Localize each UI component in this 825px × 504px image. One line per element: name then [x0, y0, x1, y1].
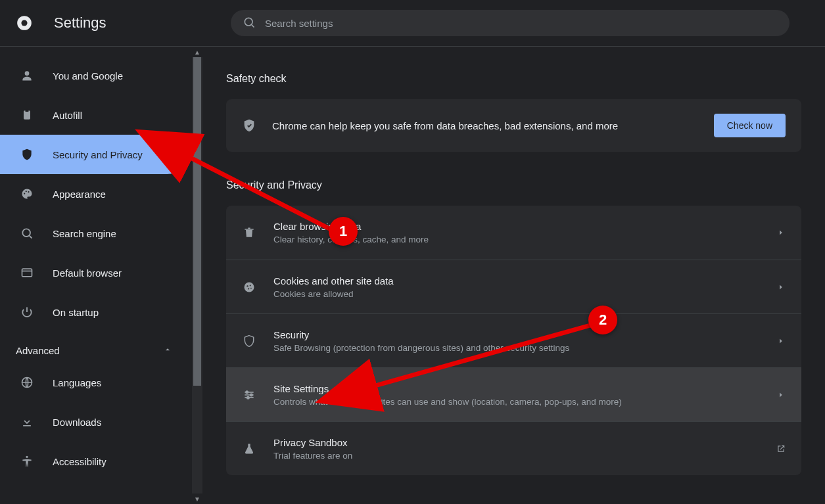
tune-icon [242, 388, 256, 402]
option-clear-browsing-data[interactable]: Clear browsing data Clear history, cooki… [226, 206, 801, 260]
chevron-up-icon [163, 345, 172, 356]
shield-icon [20, 147, 34, 162]
svg-point-7 [24, 193, 25, 195]
svg-point-17 [245, 282, 254, 292]
svg-point-8 [26, 191, 27, 192]
sidebar-item-label: Security and Privacy [53, 149, 143, 160]
sidebar-advanced-toggle[interactable]: Advanced [0, 332, 192, 363]
svg-point-20 [248, 288, 249, 289]
option-subtitle: Cookies are allowed [273, 289, 759, 299]
sidebar-item-security-and-privacy[interactable]: Security and Privacy [0, 135, 187, 174]
option-privacy-sandbox[interactable]: Privacy Sandbox Trial features are on [226, 421, 801, 475]
svg-point-10 [22, 229, 30, 237]
palette-icon [20, 187, 34, 201]
search-input[interactable] [265, 18, 778, 29]
option-subtitle: Safe Browsing (protection from dangerous… [273, 343, 759, 353]
svg-rect-15 [23, 425, 31, 426]
person-icon [20, 68, 34, 83]
option-cookies[interactable]: Cookies and other site data Cookies are … [226, 260, 801, 313]
sidebar-item-autofill[interactable]: Autofill [0, 95, 187, 135]
sidebar: You and Google Autofill Security and Pri… [0, 47, 192, 504]
chevron-right-icon [776, 336, 786, 346]
option-subtitle: Controls what information sites can use … [273, 397, 759, 407]
open-in-new-icon [776, 444, 786, 453]
sidebar-item-default-browser[interactable]: Default browser [0, 253, 187, 292]
chevron-right-icon [776, 390, 786, 400]
safety-check-card: Chrome can help keep you safe from data … [226, 99, 801, 152]
svg-point-26 [250, 394, 252, 396]
sidebar-item-on-startup[interactable]: On startup [0, 292, 187, 332]
svg-point-9 [28, 191, 29, 193]
option-site-settings[interactable]: Site Settings Controls what information … [226, 367, 801, 421]
sidebar-item-label: Default browser [53, 267, 122, 279]
header: Settings [0, 0, 825, 47]
sidebar-item-search-engine[interactable]: Search engine [0, 214, 187, 253]
svg-point-21 [250, 287, 252, 288]
svg-point-1 [21, 20, 27, 26]
svg-point-25 [246, 391, 248, 393]
option-subtitle: Clear history, cookies, cache, and more [273, 235, 759, 244]
trash-icon [242, 225, 256, 240]
option-title: Cookies and other site data [273, 275, 759, 286]
browser-window-icon [20, 265, 34, 280]
sidebar-item-label: Autofill [53, 110, 82, 121]
scroll-down-button[interactable]: ▼ [192, 493, 202, 504]
sidebar-item-label: On startup [53, 307, 99, 318]
svg-line-11 [30, 236, 32, 239]
scroll-thumb[interactable] [193, 57, 201, 386]
shield-check-icon [242, 118, 256, 133]
svg-rect-6 [26, 110, 29, 112]
svg-rect-12 [22, 269, 32, 277]
cookie-icon [242, 280, 256, 294]
svg-rect-5 [24, 110, 30, 119]
svg-point-4 [25, 71, 30, 76]
svg-point-18 [247, 285, 248, 286]
chevron-right-icon [776, 228, 786, 237]
svg-point-2 [245, 18, 252, 26]
option-subtitle: Trial features are on [273, 451, 759, 461]
sidebar-item-you-and-google[interactable]: You and Google [0, 56, 187, 95]
svg-point-19 [250, 285, 251, 286]
page-title: Settings [54, 14, 106, 32]
search-icon [20, 226, 34, 241]
sidebar-item-label: Accessibility [53, 456, 106, 467]
chrome-logo-icon [16, 14, 33, 32]
flask-icon [242, 442, 256, 456]
sidebar-item-appearance[interactable]: Appearance [0, 174, 187, 214]
sidebar-item-languages[interactable]: Languages [0, 363, 187, 402]
privacy-options-card: Clear browsing data Clear history, cooki… [226, 206, 801, 475]
option-title: Privacy Sandbox [273, 437, 759, 448]
chevron-right-icon [776, 283, 786, 292]
sidebar-item-downloads[interactable]: Downloads [0, 402, 187, 442]
option-title: Clear browsing data [273, 221, 759, 232]
main-content: Safety check Chrome can help keep you sa… [202, 47, 825, 504]
svg-line-3 [252, 24, 254, 27]
sidebar-scrollbar[interactable]: ▲ ▼ [192, 47, 202, 504]
scroll-track[interactable] [192, 57, 202, 493]
accessibility-icon [20, 454, 34, 469]
clipboard-icon [20, 108, 34, 122]
security-privacy-heading: Security and Privacy [226, 179, 801, 191]
sidebar-item-label: Appearance [53, 189, 106, 200]
search-box[interactable] [231, 10, 790, 36]
download-icon [20, 415, 34, 429]
safety-check-text: Chrome can help keep you safe from data … [272, 120, 698, 131]
scroll-up-button[interactable]: ▲ [192, 47, 202, 57]
sidebar-item-accessibility[interactable]: Accessibility [0, 442, 187, 481]
globe-icon [20, 375, 34, 390]
power-icon [20, 305, 34, 319]
check-now-button[interactable]: Check now [714, 114, 786, 137]
search-icon [243, 16, 256, 31]
safety-check-heading: Safety check [226, 73, 801, 85]
option-security[interactable]: Security Safe Browsing (protection from … [226, 313, 801, 367]
advanced-label: Advanced [16, 345, 60, 356]
option-title: Site Settings [273, 383, 759, 394]
shield-outline-icon [242, 334, 256, 348]
sidebar-item-label: You and Google [53, 70, 123, 81]
option-title: Security [273, 329, 759, 340]
svg-point-16 [26, 456, 28, 458]
sidebar-item-label: Search engine [53, 228, 116, 239]
sidebar-item-label: Languages [53, 377, 101, 388]
sidebar-item-label: Downloads [53, 417, 101, 428]
svg-point-27 [247, 396, 249, 398]
